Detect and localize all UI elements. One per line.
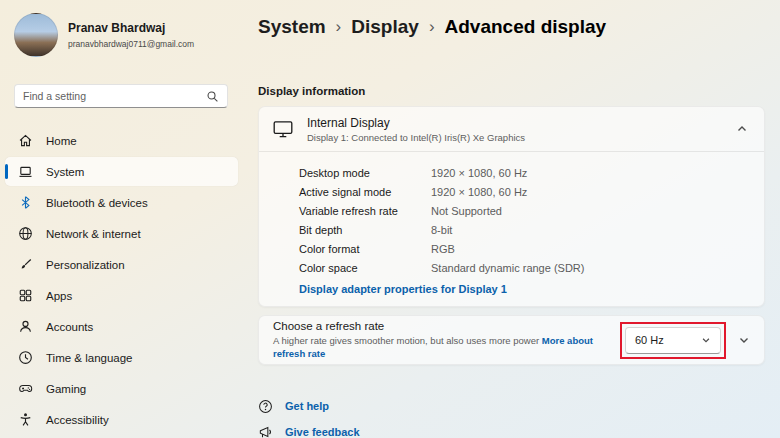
sidebar-item-network[interactable]: Network & internet bbox=[5, 219, 238, 248]
detail-value: Not Supported bbox=[431, 205, 502, 217]
detail-row-color-space: Color space Standard dynamic range (SDR) bbox=[259, 258, 764, 277]
accessibility-person-icon bbox=[17, 412, 33, 428]
feedback-megaphone-icon bbox=[258, 425, 273, 438]
home-icon bbox=[17, 133, 33, 149]
refresh-rate-text: Choose a refresh rate A higher rate give… bbox=[273, 320, 625, 360]
section-title: Display information bbox=[258, 85, 365, 97]
sidebar-item-system[interactable]: System bbox=[5, 157, 238, 186]
give-feedback-link[interactable]: Give feedback bbox=[285, 426, 360, 438]
sidebar-item-accessibility[interactable]: Accessibility bbox=[5, 405, 238, 434]
detail-label: Variable refresh rate bbox=[299, 205, 431, 217]
system-icon bbox=[17, 164, 33, 180]
sidebar-item-gaming[interactable]: Gaming bbox=[5, 374, 238, 403]
refresh-rate-card: Choose a refresh rate A higher rate give… bbox=[258, 315, 765, 365]
detail-row-variable-refresh-rate: Variable refresh rate Not Supported bbox=[259, 201, 764, 220]
user-name: Pranav Bhardwaj bbox=[68, 21, 194, 37]
internal-display-header[interactable]: Internal Display Display 1: Connected to… bbox=[259, 107, 764, 151]
refresh-rate-title: Choose a refresh rate bbox=[273, 320, 625, 332]
display-details: Desktop mode 1920 × 1080, 60 Hz Active s… bbox=[259, 151, 764, 297]
chevron-up-icon[interactable] bbox=[736, 123, 748, 135]
breadcrumb-current-page: Advanced display bbox=[445, 16, 607, 38]
sidebar-item-apps[interactable]: Apps bbox=[5, 281, 238, 310]
display-card-subtitle: Display 1: Connected to Intel(R) Iris(R)… bbox=[307, 132, 525, 143]
sidebar-item-accounts[interactable]: Accounts bbox=[5, 312, 238, 341]
refresh-rate-dropdown-wrap: 60 Hz bbox=[625, 327, 721, 354]
detail-value: Standard dynamic range (SDR) bbox=[431, 262, 584, 274]
detail-row-bit-depth: Bit depth 8-bit bbox=[259, 220, 764, 239]
paintbrush-icon bbox=[17, 257, 33, 273]
chevron-down-icon[interactable] bbox=[738, 334, 750, 346]
sidebar-item-bluetooth[interactable]: Bluetooth & devices bbox=[5, 188, 238, 217]
search-input[interactable] bbox=[23, 90, 206, 102]
get-help-row[interactable]: Get help bbox=[258, 394, 360, 418]
dropdown-chevron-icon bbox=[701, 335, 711, 345]
detail-label: Active signal mode bbox=[299, 186, 431, 198]
detail-label: Bit depth bbox=[299, 224, 431, 236]
detail-row-active-signal-mode: Active signal mode 1920 × 1080, 60 Hz bbox=[259, 182, 764, 201]
sidebar-item-label: Accessibility bbox=[46, 414, 109, 426]
breadcrumb-system[interactable]: System bbox=[258, 16, 326, 38]
display-adapter-properties-link[interactable]: Display adapter properties for Display 1 bbox=[299, 283, 507, 295]
internal-display-card: Internal Display Display 1: Connected to… bbox=[258, 106, 765, 307]
help-icon bbox=[258, 399, 273, 414]
user-profile[interactable]: Pranav Bhardwaj pranavbhardwaj0711@gmail… bbox=[14, 13, 194, 57]
detail-value: 1920 × 1080, 60 Hz bbox=[431, 186, 527, 198]
refresh-rate-dropdown[interactable]: 60 Hz bbox=[625, 327, 721, 354]
avatar bbox=[14, 13, 58, 57]
breadcrumb-display[interactable]: Display bbox=[351, 16, 419, 38]
breadcrumb-separator: › bbox=[429, 17, 435, 37]
sidebar-item-label: Time & language bbox=[46, 352, 133, 364]
sidebar-item-label: Network & internet bbox=[46, 228, 141, 240]
sidebar-item-label: Personalization bbox=[46, 259, 125, 271]
get-help-link[interactable]: Get help bbox=[285, 400, 329, 412]
monitor-icon bbox=[272, 119, 296, 139]
detail-row-desktop-mode: Desktop mode 1920 × 1080, 60 Hz bbox=[259, 163, 764, 182]
detail-value: 8-bit bbox=[431, 224, 452, 236]
refresh-rate-description-text: A higher rate gives smoother motion, but… bbox=[273, 335, 539, 346]
footer-links: Get help Give feedback bbox=[258, 394, 360, 438]
search-icon bbox=[206, 90, 219, 103]
clock-icon bbox=[17, 350, 33, 366]
sidebar-item-home[interactable]: Home bbox=[5, 126, 238, 155]
sidebar-item-label: System bbox=[46, 166, 84, 178]
display-header-text: Internal Display Display 1: Connected to… bbox=[307, 116, 525, 143]
sidebar-item-label: Home bbox=[46, 135, 77, 147]
detail-label: Color format bbox=[299, 243, 431, 255]
breadcrumb-separator: › bbox=[336, 17, 342, 37]
detail-label: Desktop mode bbox=[299, 167, 431, 179]
search-box[interactable] bbox=[14, 84, 228, 108]
person-icon bbox=[17, 319, 33, 335]
sidebar: Pranav Bhardwaj pranavbhardwaj0711@gmail… bbox=[0, 0, 243, 438]
detail-value: 1920 × 1080, 60 Hz bbox=[431, 167, 527, 179]
sidebar-item-personalization[interactable]: Personalization bbox=[5, 250, 238, 279]
network-globe-icon bbox=[17, 226, 33, 242]
sidebar-item-time-language[interactable]: Time & language bbox=[5, 343, 238, 372]
give-feedback-row[interactable]: Give feedback bbox=[258, 420, 360, 438]
apps-grid-icon bbox=[17, 288, 33, 304]
sidebar-item-label: Apps bbox=[46, 290, 72, 302]
refresh-rate-description: A higher rate gives smoother motion, but… bbox=[273, 335, 625, 360]
detail-row-color-format: Color format RGB bbox=[259, 239, 764, 258]
game-controller-icon bbox=[17, 381, 33, 397]
refresh-rate-value: 60 Hz bbox=[635, 334, 664, 346]
user-email: pranavbhardwaj0711@gmail.com bbox=[68, 39, 194, 49]
profile-text: Pranav Bhardwaj pranavbhardwaj0711@gmail… bbox=[68, 21, 194, 49]
display-card-title: Internal Display bbox=[307, 116, 525, 130]
sidebar-item-label: Gaming bbox=[46, 383, 86, 395]
breadcrumb: System › Display › Advanced display bbox=[258, 16, 606, 38]
detail-label: Color space bbox=[299, 262, 431, 274]
detail-value: RGB bbox=[431, 243, 455, 255]
bluetooth-icon bbox=[17, 195, 33, 211]
sidebar-nav: Home System Bluetooth & devices Network … bbox=[5, 124, 238, 436]
sidebar-item-label: Accounts bbox=[46, 321, 93, 333]
sidebar-item-label: Bluetooth & devices bbox=[46, 197, 148, 209]
